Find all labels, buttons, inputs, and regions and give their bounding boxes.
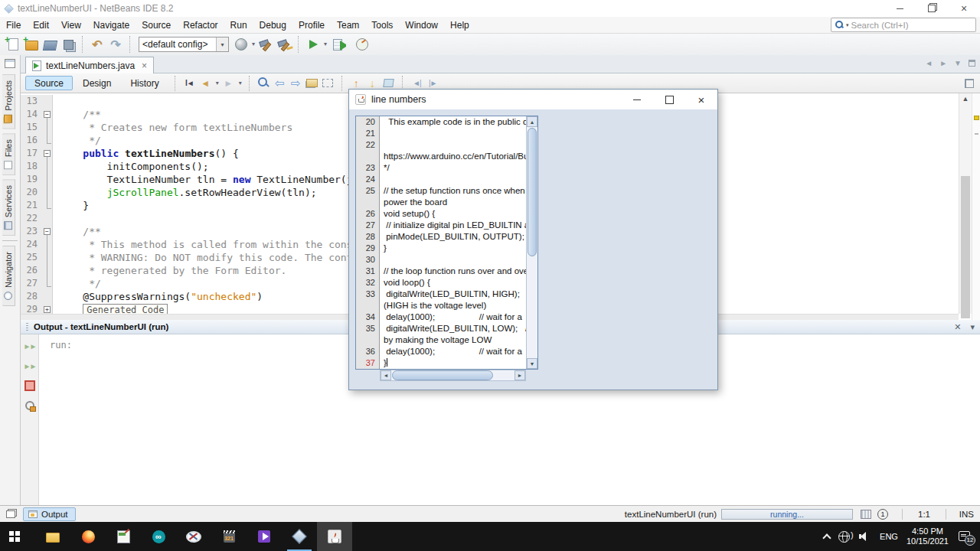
notifications-icon[interactable]: 1 <box>877 509 888 520</box>
drag-handle-icon[interactable] <box>26 323 28 331</box>
menu-file[interactable]: File <box>0 18 27 33</box>
fold-margin[interactable] <box>41 290 53 303</box>
dialog-text-row[interactable]: 31// the loop function runs over and ove… <box>356 266 526 277</box>
menu-debug[interactable]: Debug <box>253 18 292 33</box>
set-configuration-icon[interactable] <box>232 35 250 54</box>
scroll-tabs-right-icon[interactable]: ► <box>939 59 947 67</box>
dialog-text-row[interactable]: 30 <box>356 254 526 266</box>
dialog-titlebar[interactable]: line numbers <box>349 90 717 109</box>
fold-margin[interactable] <box>41 212 53 225</box>
new-file-icon[interactable]: + <box>4 35 22 54</box>
code-text[interactable]: * WARNING: Do NOT modify this code. The … <box>53 251 353 264</box>
dialog-text-row[interactable]: 28 pinMode(LED_BUILTIN, OUTPUT); <box>356 231 526 243</box>
code-text[interactable]: */ <box>53 134 101 147</box>
taskbar-arduino-icon[interactable] <box>141 522 176 551</box>
next-occurrence-icon[interactable] <box>288 75 304 91</box>
restore-group-icon[interactable] <box>6 510 15 518</box>
dialog-text-row[interactable]: https://www.arduino.cc/en/Tutorial/Bu <box>356 151 526 162</box>
taskbar-image-editor-icon[interactable] <box>106 522 141 551</box>
dialog-text-row[interactable]: 37} <box>356 357 526 369</box>
dialog-text-row[interactable]: 23*/ <box>356 162 526 174</box>
last-edit-location-icon[interactable] <box>181 75 198 91</box>
fold-margin[interactable] <box>41 277 53 290</box>
search-scope-caret-icon[interactable]: ▾ <box>846 22 849 28</box>
forward-icon[interactable] <box>220 75 237 91</box>
rerun-icon[interactable] <box>23 340 37 352</box>
fold-margin[interactable] <box>41 160 53 173</box>
dialog-text-row[interactable]: power the board <box>356 197 526 208</box>
fold-margin[interactable] <box>41 264 53 277</box>
dialog-close-icon[interactable] <box>685 90 717 109</box>
code-text[interactable]: TextLineNumber tln = new TextLineNumber(… <box>53 173 353 186</box>
scroll-right-icon[interactable]: ► <box>514 370 525 380</box>
clock[interactable]: 4:50 PM 10/15/2021 <box>906 527 949 546</box>
dialog-text-row[interactable]: 29} <box>356 243 526 254</box>
taskbar-firefox-icon[interactable] <box>70 522 106 551</box>
menu-navigate[interactable]: Navigate <box>87 18 136 33</box>
action-center-icon[interactable]: 12 <box>959 530 972 543</box>
network-icon[interactable] <box>838 531 850 543</box>
menu-view[interactable]: View <box>55 18 87 33</box>
warning-marker[interactable] <box>974 116 979 120</box>
fold-margin[interactable] <box>41 95 53 108</box>
scroll-up-icon[interactable]: ▲ <box>527 116 537 127</box>
dialog-text-row[interactable]: 26void setup() { <box>356 208 526 220</box>
fold-expand-icon[interactable]: + <box>44 306 51 313</box>
menu-tools[interactable]: Tools <box>365 18 399 33</box>
scroll-tabs-left-icon[interactable]: ◄ <box>925 59 933 67</box>
dialog-text-area[interactable]: 20 This example code is in the public d2… <box>356 116 526 369</box>
menu-refactor[interactable]: Refactor <box>177 18 224 33</box>
scroll-up-icon[interactable]: ▲ <box>959 95 972 103</box>
fold-margin[interactable]: − <box>41 108 53 121</box>
fold-margin[interactable] <box>41 199 53 212</box>
code-text[interactable] <box>53 95 59 108</box>
code-text[interactable]: } <box>53 199 89 212</box>
dialog-text-row[interactable]: 21 <box>356 128 526 139</box>
output-minimize-icon[interactable]: ▾ <box>970 322 975 332</box>
dialog-text-row[interactable]: 22 <box>356 139 526 151</box>
profile-project-icon[interactable] <box>353 35 371 54</box>
dialog-text-row[interactable]: 20 This example code is in the public d <box>356 116 526 128</box>
code-text[interactable]: /** <box>53 225 101 238</box>
code-text[interactable]: /** <box>53 108 101 121</box>
build-project-icon[interactable] <box>256 35 275 54</box>
dialog-minimize-icon[interactable] <box>621 90 653 109</box>
taskbar-snipping-icon[interactable] <box>176 522 211 551</box>
fold-margin[interactable] <box>41 121 53 134</box>
dialog-text-row[interactable]: 33 digitalWrite(LED_BUILTIN, HIGH); / <box>356 289 526 300</box>
fold-margin[interactable]: − <box>41 147 53 160</box>
dialog-text-row[interactable]: 25// the setup function runs once when y <box>356 185 526 197</box>
dialog-horizontal-scrollbar[interactable]: ◄ ► <box>380 370 526 381</box>
fold-collapse-icon[interactable]: − <box>44 150 51 157</box>
dialog-text-row[interactable]: 32void loop() { <box>356 277 526 289</box>
taskbar-java-icon[interactable] <box>317 522 352 551</box>
scroll-left-icon[interactable]: ◄ <box>381 370 391 380</box>
fold-margin[interactable] <box>41 238 53 251</box>
save-all-icon[interactable] <box>59 35 77 54</box>
code-text[interactable] <box>53 212 59 225</box>
progress-bar[interactable]: running... <box>721 509 853 520</box>
fold-collapse-icon[interactable]: − <box>44 111 51 118</box>
find-selection-icon[interactable] <box>256 75 272 91</box>
menu-profile[interactable]: Profile <box>292 18 331 33</box>
editor-vertical-scrollbar[interactable]: ▲ <box>959 93 972 314</box>
sidebar-item-projects[interactable]: Projects <box>2 74 15 129</box>
dialog-text-row[interactable]: 36 delay(1000); // wait for a <box>356 346 526 357</box>
maximize-window-icon[interactable] <box>969 60 975 67</box>
menu-help[interactable]: Help <box>444 18 475 33</box>
scroll-down-icon[interactable]: ▼ <box>527 358 537 369</box>
rerun-debug-icon[interactable] <box>23 360 37 372</box>
code-text[interactable]: public textLineNumbers() { <box>53 147 239 160</box>
fold-margin[interactable] <box>41 134 53 147</box>
new-project-icon[interactable]: + <box>22 35 41 54</box>
code-text[interactable]: * Creates new form textLineNumbers <box>53 121 292 134</box>
taskbar-netbeans-icon[interactable] <box>282 522 317 551</box>
dialog-vscroll-thumb[interactable] <box>528 128 537 256</box>
tab-close-icon[interactable]: × <box>142 60 147 71</box>
stripe-marker[interactable] <box>975 133 978 135</box>
debug-project-icon[interactable] <box>328 35 347 54</box>
fold-margin[interactable] <box>41 251 53 264</box>
redo-icon[interactable] <box>106 35 125 54</box>
chevron-down-icon[interactable]: ▾ <box>216 37 228 51</box>
toggle-rectangular-selection-icon[interactable] <box>320 75 336 91</box>
